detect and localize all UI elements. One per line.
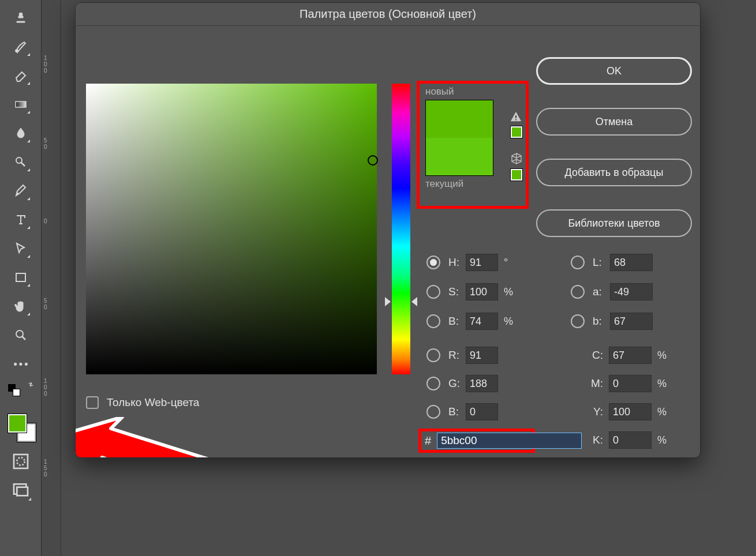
foreground-color-swatch[interactable] <box>8 414 27 433</box>
svg-rect-4 <box>16 273 25 281</box>
lab-a-row: a: <box>571 283 653 300</box>
path-selection-tool[interactable] <box>9 237 32 260</box>
foreground-background-swatch[interactable] <box>6 412 36 442</box>
cmyk-c-row: C: % <box>583 347 667 364</box>
gradient-tool[interactable] <box>9 93 32 116</box>
web-safe-swatch[interactable] <box>511 169 522 181</box>
dodge-tool[interactable] <box>9 151 32 174</box>
swap-colors-icon[interactable] <box>27 381 35 388</box>
ruler-tick: 1 0 0 <box>44 378 47 397</box>
label-bl: B: <box>448 405 466 418</box>
hue-slider-handle-left[interactable] <box>385 297 391 306</box>
label-y: Y: <box>583 405 603 418</box>
input-lab-b[interactable] <box>610 313 653 330</box>
label-a: a: <box>593 285 610 298</box>
hex-hash: # <box>425 434 431 448</box>
gamut-warning-icon[interactable] <box>510 110 522 125</box>
radio-g[interactable] <box>426 377 440 390</box>
type-tool[interactable] <box>9 208 32 231</box>
hsb-h-row: H: ° <box>426 254 508 271</box>
unit-s: % <box>504 286 513 298</box>
label-r: R: <box>448 349 466 362</box>
ruler-tick: 1 5 0 <box>44 459 47 478</box>
radio-lab-b[interactable] <box>571 314 585 328</box>
unit-m: % <box>657 378 667 390</box>
edit-toolbar-button[interactable]: ••• <box>9 352 32 375</box>
color-field-cursor[interactable] <box>368 155 378 166</box>
label-L: L: <box>593 256 610 269</box>
label-lab-b: b: <box>593 315 610 328</box>
new-color-swatch[interactable] <box>426 100 493 138</box>
rgb-g-row: G: <box>426 375 498 392</box>
radio-h[interactable] <box>426 256 440 269</box>
color-libraries-button[interactable]: Библиотеки цветов <box>536 209 692 237</box>
input-r[interactable] <box>466 347 498 364</box>
radio-bl[interactable] <box>426 405 440 419</box>
unit-y: % <box>657 406 667 418</box>
new-color-label: новый <box>425 86 526 97</box>
radio-L[interactable] <box>571 256 585 269</box>
stamp-tool[interactable] <box>9 6 32 29</box>
radio-s[interactable] <box>426 285 440 299</box>
input-L[interactable] <box>610 254 653 271</box>
unit-h: ° <box>504 257 508 269</box>
unit-b: % <box>504 315 513 328</box>
label-h: H: <box>448 256 466 269</box>
unit-k: % <box>657 434 667 446</box>
lab-b-row: b: <box>571 313 653 330</box>
hex-input[interactable] <box>437 433 582 449</box>
input-bl[interactable] <box>466 403 498 420</box>
tools-panel: ••• <box>0 0 42 556</box>
history-brush-tool[interactable] <box>9 35 32 58</box>
eraser-tool[interactable] <box>9 64 32 87</box>
web-colors-only-row: Только Web-цвета <box>86 396 199 409</box>
unit-c: % <box>657 350 667 362</box>
vertical-ruler: 1 0 0 5 0 0 5 0 1 0 0 1 5 0 <box>42 0 61 556</box>
gamut-corrected-swatch[interactable] <box>511 126 522 138</box>
svg-rect-9 <box>17 487 28 496</box>
input-k[interactable] <box>609 431 652 449</box>
radio-r[interactable] <box>426 348 440 362</box>
input-h[interactable] <box>466 254 498 271</box>
hsb-s-row: S: % <box>426 283 513 300</box>
svg-point-3 <box>17 193 18 195</box>
ruler-tick: 1 0 0 <box>44 55 47 74</box>
svg-rect-11 <box>515 119 517 121</box>
screen-mode-icon[interactable] <box>12 481 30 499</box>
color-field[interactable] <box>86 84 377 374</box>
cancel-button[interactable]: Отмена <box>536 108 692 136</box>
label-g: G: <box>448 377 466 390</box>
add-to-swatches-button[interactable]: Добавить в образцы <box>536 159 692 186</box>
svg-rect-10 <box>515 115 517 118</box>
pen-tool[interactable] <box>9 179 32 202</box>
zoom-tool[interactable] <box>9 324 32 347</box>
input-y[interactable] <box>609 403 652 420</box>
dialog-title: Палитра цветов (Основной цвет) <box>76 3 700 26</box>
radio-a[interactable] <box>571 285 585 299</box>
current-color-swatch[interactable] <box>426 138 493 175</box>
svg-point-7 <box>17 457 24 465</box>
input-c[interactable] <box>609 347 652 364</box>
web-colors-only-label: Только Web-цвета <box>107 396 199 409</box>
input-m[interactable] <box>609 375 652 392</box>
ruler-tick: 5 0 <box>44 298 47 310</box>
hsb-b-row: B: % <box>426 313 513 330</box>
new-current-highlight: новый текущий <box>417 81 529 209</box>
hue-slider[interactable] <box>392 84 410 374</box>
input-a[interactable] <box>610 283 653 300</box>
hue-slider-handle-right[interactable] <box>411 297 417 306</box>
default-colors-icon[interactable] <box>7 381 35 408</box>
label-s: S: <box>448 285 466 298</box>
rectangle-tool[interactable] <box>9 266 32 289</box>
blur-tool[interactable] <box>9 122 32 145</box>
radio-b[interactable] <box>426 314 440 328</box>
input-b[interactable] <box>466 313 498 330</box>
quick-mask-icon[interactable] <box>12 452 30 471</box>
label-c: C: <box>583 349 603 362</box>
input-g[interactable] <box>466 375 498 392</box>
ok-button[interactable]: OK <box>536 57 692 85</box>
input-s[interactable] <box>466 283 498 300</box>
not-web-safe-icon[interactable] <box>510 152 523 168</box>
web-colors-only-checkbox[interactable] <box>86 396 99 409</box>
hand-tool[interactable] <box>9 295 32 318</box>
